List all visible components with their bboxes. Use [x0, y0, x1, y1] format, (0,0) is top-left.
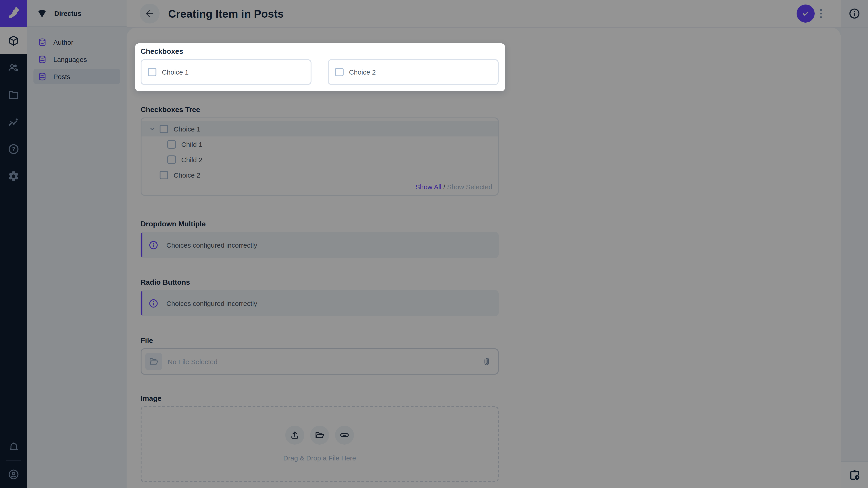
checkbox-label: Choice 2: [349, 68, 376, 76]
checkbox-option-choice-1[interactable]: Choice 1: [141, 59, 311, 85]
field-label: Checkboxes: [141, 47, 499, 56]
checkbox-option-choice-2[interactable]: Choice 2: [328, 59, 499, 85]
checkbox-unchecked-icon[interactable]: [148, 68, 156, 76]
checkbox-label: Choice 1: [162, 68, 188, 76]
app-window: ? Direct: [0, 0, 868, 488]
checkbox-unchecked-icon[interactable]: [335, 68, 344, 76]
field-checkboxes: Checkboxes Choice 1 Choice 2: [141, 47, 499, 85]
checkboxes-spotlight-card: Checkboxes Choice 1 Choice 2: [135, 43, 505, 91]
